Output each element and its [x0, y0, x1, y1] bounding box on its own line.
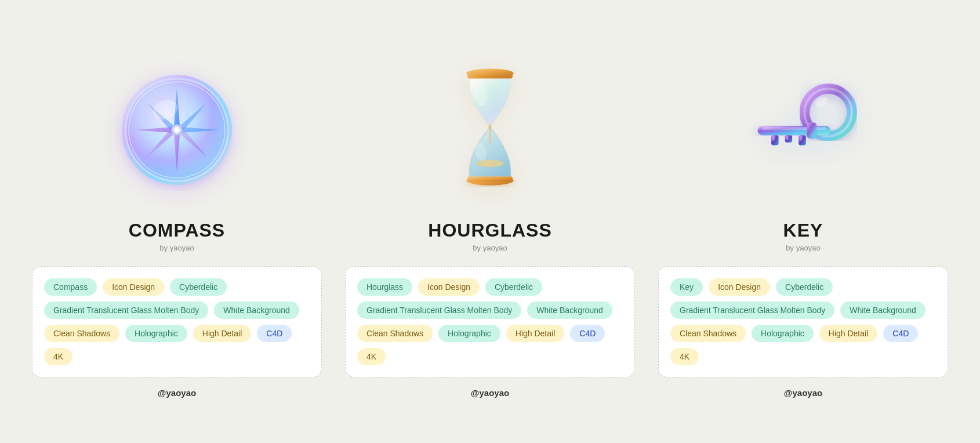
tag-4k[interactable]: 4K	[357, 348, 386, 365]
hourglass-icon-area	[345, 46, 635, 208]
svg-rect-17	[467, 176, 513, 181]
svg-point-19	[466, 68, 514, 78]
key-icon-area	[658, 46, 948, 208]
tag-clean-shadows[interactable]: Clean Shadows	[670, 325, 746, 342]
tag-c4d[interactable]: C4D	[570, 325, 605, 342]
hourglass-author: by yaoyao	[473, 244, 507, 252]
tag-cyberdelic[interactable]: Cyberdelic	[485, 278, 542, 296]
tag-icon-design[interactable]: Icon Design	[418, 278, 480, 296]
tag-cyberdelic[interactable]: Cyberdelic	[776, 278, 833, 296]
svg-rect-35	[807, 122, 816, 139]
svg-rect-32	[772, 136, 775, 140]
tag-clean-shadows[interactable]: Clean Shadows	[357, 325, 433, 342]
svg-point-20	[476, 159, 503, 167]
tag-icon-design[interactable]: Icon Design	[103, 278, 164, 296]
tag-holographic[interactable]: Holographic	[125, 325, 187, 342]
hourglass-username: @yaoyao	[471, 388, 509, 398]
key-tags-box: KeyIcon DesignCyberdelicGradient Translu…	[658, 266, 948, 377]
compass-title: COMPASS	[129, 220, 225, 241]
compass-icon	[113, 63, 241, 191]
hourglass-icon	[426, 63, 554, 191]
tag-high-detail[interactable]: High Detail	[193, 325, 251, 342]
compass-tags-box: CompassIcon DesignCyberdelicGradient Tra…	[32, 266, 322, 377]
tag-c4d[interactable]: C4D	[883, 325, 918, 342]
tag-white-background[interactable]: White Background	[527, 302, 612, 319]
tag-compass[interactable]: Compass	[44, 278, 97, 296]
compass-icon-area	[32, 46, 322, 208]
tag-gradient-translucent-glass-molten-body[interactable]: Gradient Translucent Glass Molten Body	[357, 302, 521, 319]
tag-white-background[interactable]: White Background	[840, 302, 925, 319]
tag-high-detail[interactable]: High Detail	[506, 325, 564, 342]
tag-gradient-translucent-glass-molten-body[interactable]: Gradient Translucent Glass Molten Body	[670, 302, 834, 319]
hourglass-card: HOURGLASS by yaoyao HourglassIcon Design…	[345, 46, 635, 398]
tag-key[interactable]: Key	[670, 278, 703, 296]
tag-cyberdelic[interactable]: Cyberdelic	[170, 278, 227, 296]
key-title: KEY	[783, 220, 823, 241]
hourglass-title: HOURGLASS	[428, 220, 551, 241]
compass-card: COMPASS by yaoyao CompassIcon DesignCybe…	[32, 46, 322, 398]
tag-holographic[interactable]: Holographic	[752, 325, 814, 342]
tag-4k[interactable]: 4K	[670, 348, 699, 365]
key-username: @yaoyao	[784, 388, 822, 398]
hourglass-tags-box: HourglassIcon DesignCyberdelicGradient T…	[345, 266, 635, 377]
tag-4k[interactable]: 4K	[44, 348, 72, 365]
compass-author: by yaoyao	[159, 244, 194, 252]
svg-rect-33	[786, 136, 789, 139]
svg-rect-23	[489, 125, 492, 128]
svg-rect-34	[800, 136, 803, 140]
main-container: COMPASS by yaoyao CompassIcon DesignCybe…	[26, 46, 954, 398]
tag-holographic[interactable]: Holographic	[438, 325, 500, 342]
key-icon	[739, 63, 867, 191]
tag-high-detail[interactable]: High Detail	[819, 325, 877, 342]
svg-point-14	[174, 127, 180, 133]
key-card: KEY by yaoyao KeyIcon DesignCyberdelicGr…	[658, 46, 948, 398]
tag-hourglass[interactable]: Hourglass	[357, 278, 412, 296]
key-author: by yaoyao	[786, 244, 820, 252]
tag-c4d[interactable]: C4D	[257, 325, 292, 342]
tag-clean-shadows[interactable]: Clean Shadows	[44, 325, 119, 342]
tag-gradient-translucent-glass-molten-body[interactable]: Gradient Translucent Glass Molten Body	[44, 302, 208, 319]
tag-icon-design[interactable]: Icon Design	[709, 278, 770, 296]
compass-username: @yaoyao	[158, 388, 196, 398]
tag-white-background[interactable]: White Background	[214, 302, 299, 319]
